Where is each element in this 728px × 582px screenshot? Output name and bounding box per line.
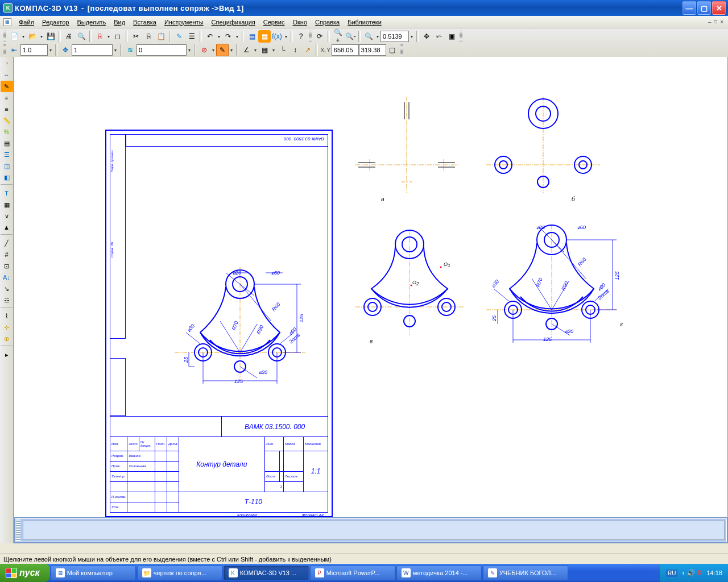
tray-network-icon[interactable]: ‹: [682, 569, 684, 577]
toolbar-grip[interactable]: [3, 31, 6, 42]
stop-button[interactable]: ⊘: [198, 44, 210, 56]
zoom-out-button[interactable]: 🔍-: [344, 30, 357, 43]
step-button[interactable]: ⇤: [8, 44, 20, 56]
menu-view[interactable]: Вид: [110, 19, 129, 26]
task-word1[interactable]: Wметодичка 2014 -...: [396, 566, 482, 580]
state-dropdown[interactable]: ▾: [113, 44, 118, 56]
round-button[interactable]: ↕: [289, 44, 301, 56]
cutline-tool[interactable]: A↓: [1, 272, 13, 283]
mdi-window-buttons[interactable]: – ㅁ ×: [708, 18, 728, 26]
rough-tool[interactable]: ∨: [1, 210, 13, 222]
report-tab[interactable]: ☰: [1, 149, 13, 160]
panel-grip[interactable]: [16, 519, 20, 541]
spec-tab[interactable]: ▤: [1, 138, 13, 149]
save-button[interactable]: 💾: [44, 30, 57, 43]
help-button[interactable]: ?: [295, 30, 307, 43]
wave-tool[interactable]: ⌇: [1, 310, 13, 322]
calc-button[interactable]: ▦: [258, 30, 271, 43]
zoom-value-input[interactable]: [380, 31, 409, 42]
coord-lock-button[interactable]: ▢: [386, 44, 399, 56]
format-painter-button[interactable]: ✎: [173, 30, 185, 43]
vars-button[interactable]: f(x): [271, 30, 283, 43]
detail-tool[interactable]: ☲: [1, 294, 13, 306]
snap-end-button[interactable]: ∠: [240, 44, 253, 56]
text-tool[interactable]: T: [1, 188, 13, 199]
highlight-button[interactable]: ✎: [216, 44, 229, 56]
new-button[interactable]: 📄: [8, 30, 20, 43]
arrow-tool[interactable]: ↘: [1, 283, 13, 294]
select-tab[interactable]: %: [1, 126, 13, 138]
open-dropdown[interactable]: ▾: [39, 30, 44, 43]
geometry-tab[interactable]: ◝: [1, 58, 13, 69]
menu-insert[interactable]: Вставка: [129, 19, 160, 26]
properties-button[interactable]: ☰: [185, 30, 198, 43]
zoom-val-dropdown[interactable]: ▾: [409, 30, 415, 43]
layer-dropdown[interactable]: ▾: [187, 44, 192, 56]
zoom-dropdown[interactable]: ▾: [375, 30, 380, 43]
menu-help[interactable]: Справка: [311, 19, 344, 26]
vars-dropdown[interactable]: ▾: [283, 30, 289, 43]
annot-tab[interactable]: ✎: [1, 81, 13, 92]
property-panel[interactable]: [14, 517, 728, 543]
cursor-step-button[interactable]: ✥: [59, 44, 72, 56]
ortho-button[interactable]: └: [276, 44, 289, 56]
stop-dropdown[interactable]: ▾: [210, 44, 216, 56]
tray-sound-icon[interactable]: 🔊: [686, 569, 695, 577]
tolerance-tool[interactable]: ⊡: [1, 260, 13, 272]
toolbar-grip[interactable]: [3, 44, 6, 56]
lcs-button[interactable]: ↗: [301, 44, 314, 56]
lib-button[interactable]: ▤: [246, 30, 258, 43]
open-button[interactable]: 📂: [26, 30, 39, 43]
minimize-button[interactable]: —: [682, 1, 696, 15]
cut-button[interactable]: ✂: [130, 30, 142, 43]
zoom-in-button[interactable]: 🔍+: [332, 30, 344, 43]
maximize-button[interactable]: ▢: [697, 1, 711, 15]
redo-dropdown[interactable]: ▾: [234, 30, 240, 43]
zoom-fit-button[interactable]: ▣: [445, 30, 458, 43]
redo-button[interactable]: ↷: [222, 30, 234, 43]
preview-button[interactable]: 🔍: [75, 30, 88, 43]
coord-x-input[interactable]: [332, 44, 359, 56]
insert-tab[interactable]: ◫: [1, 160, 13, 172]
grid-button[interactable]: ▦: [258, 44, 271, 56]
menu-tools[interactable]: Инструменты: [160, 19, 208, 26]
mdi-system-icon[interactable]: ▦: [3, 18, 11, 26]
zoom-prev-button[interactable]: ⤺: [433, 30, 445, 43]
drawing-canvas[interactable]: ВАМК 03.1500. 000: [14, 57, 728, 543]
menu-select[interactable]: Выделить: [73, 19, 110, 26]
lang-indicator[interactable]: RU: [666, 569, 677, 577]
task-ppt[interactable]: PMicrosoft PowerP...: [310, 566, 395, 580]
clock[interactable]: 14:18: [706, 569, 722, 576]
menu-window[interactable]: Окно: [288, 19, 311, 26]
grid-dropdown[interactable]: ▾: [271, 44, 276, 56]
task-mycomputer[interactable]: 🖥Мой компьютер: [51, 566, 136, 580]
autoaxis-tool[interactable]: ⊹: [1, 322, 13, 333]
paste-button[interactable]: 📋: [155, 30, 167, 43]
manager-button[interactable]: ⎘: [93, 30, 106, 43]
leader-tool[interactable]: ╱: [1, 238, 13, 249]
views-tab[interactable]: ◧: [1, 172, 13, 183]
copy-button[interactable]: ⎘: [142, 30, 155, 43]
layer-button[interactable]: ≋: [124, 44, 136, 56]
menu-service[interactable]: Сервис: [259, 19, 289, 26]
param-tab[interactable]: ≡: [1, 103, 13, 115]
posnum-tool[interactable]: #: [1, 249, 13, 260]
menu-spec[interactable]: Спецификация: [208, 19, 259, 26]
macro-tool[interactable]: ▸: [1, 349, 13, 360]
coord-y-input[interactable]: [359, 44, 386, 56]
close-button[interactable]: ✕: [712, 1, 726, 15]
state-input[interactable]: [72, 44, 113, 56]
layer-input[interactable]: [136, 44, 187, 56]
pan-button[interactable]: ✥: [420, 30, 433, 43]
menu-file[interactable]: Файл: [15, 19, 38, 26]
task-kompas[interactable]: KКОМПАС-3D V13 ...: [224, 566, 309, 580]
snap-menu[interactable]: ▾: [253, 44, 258, 56]
table-tool[interactable]: ▦: [1, 199, 13, 210]
centermark-tool[interactable]: ⊕: [1, 333, 13, 344]
base-tool[interactable]: ▲: [1, 222, 13, 233]
task-folder[interactable]: 📁чертеж по сопря...: [137, 566, 222, 580]
step-dropdown[interactable]: ▾: [48, 44, 53, 56]
menu-libs[interactable]: Библиотеки: [344, 19, 386, 26]
new-dropdown[interactable]: ▾: [20, 30, 26, 43]
task-word2[interactable]: ✎УЧЕБНИК БОГОЛ...: [483, 566, 568, 580]
